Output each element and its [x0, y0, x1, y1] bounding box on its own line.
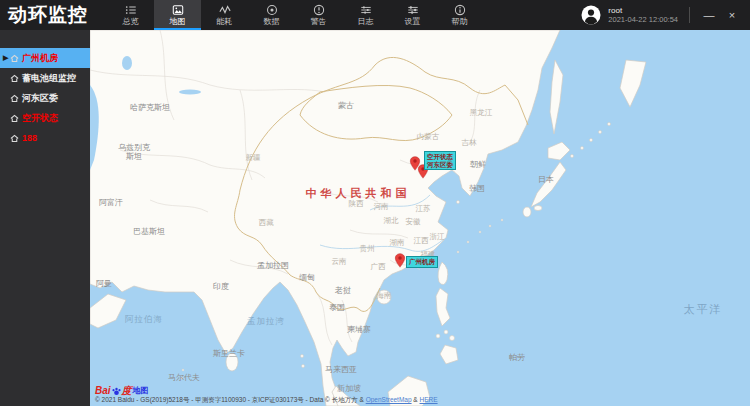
sidebar-item[interactable]: ▶188: [0, 128, 90, 148]
sidebar-item[interactable]: ▶空开状态: [0, 108, 90, 128]
overview-icon: [125, 4, 137, 16]
site-house-icon: [10, 134, 19, 143]
tab-energy[interactable]: 能耗: [201, 0, 248, 30]
map-icon: [172, 4, 184, 16]
user-avatar-icon[interactable]: [581, 5, 601, 25]
map-attribution: © 2021 Baidu - GS(2019)5218号 - 甲测资字11009…: [95, 396, 438, 405]
device-tree-sidebar: ▶广州机房▶蓄电池组监控▶河东区委▶空开状态▶188: [0, 30, 90, 406]
close-button[interactable]: ×: [724, 0, 740, 30]
site-house-icon: [10, 54, 19, 63]
minimize-button[interactable]: —: [701, 0, 717, 30]
user-datetime: 2021-04-22 12:00:54: [608, 15, 678, 24]
tab-label: 能耗: [217, 18, 233, 26]
app-window: 动环监控 总览地图能耗数据警告日志设置帮助 root 2021-04-22 12…: [0, 0, 750, 406]
tab-map[interactable]: 地图: [154, 0, 201, 30]
map-canvas[interactable]: 哈萨克斯坦乌兹别克 斯坦阿富汗巴基斯坦印度孟加拉国蒙古缅甸老挝泰国柬埔寨马来西亚…: [90, 30, 750, 406]
marker-label-line: 广州机房: [409, 258, 435, 266]
window-controls-divider: [689, 7, 690, 23]
attribution-text: © 2021 Baidu - GS(2019)5218号 - 甲测资字11009…: [95, 396, 366, 403]
nav-tabs: 总览地图能耗数据警告日志设置帮助: [107, 0, 483, 30]
map-marker-label[interactable]: 广州机房: [406, 256, 438, 268]
map-landmass: [90, 30, 750, 406]
baidu-logo-suffix: 地图: [133, 386, 149, 396]
energy-icon: [219, 4, 231, 16]
tab-label: 设置: [405, 18, 421, 26]
log-icon: [360, 4, 372, 16]
baidu-logo-du: 度: [122, 386, 132, 396]
marker-label-line: 河东区委: [427, 161, 453, 169]
tab-data[interactable]: 数据: [248, 0, 295, 30]
sidebar-item-label: 广州机房: [22, 52, 58, 65]
tab-alert[interactable]: 警告: [295, 0, 342, 30]
site-house-icon: [10, 74, 19, 83]
baidu-logo-bai: Bai: [95, 386, 111, 396]
tab-settings[interactable]: 设置: [389, 0, 436, 30]
sidebar-item-label: 蓄电池组监控: [22, 72, 76, 85]
app-title: 动环监控: [0, 0, 107, 30]
user-name: root: [608, 6, 678, 15]
tab-label: 数据: [264, 18, 280, 26]
topbar-right: root 2021-04-22 12:00:54 — ×: [581, 0, 750, 30]
tab-label: 警告: [311, 18, 327, 26]
osm-link[interactable]: OpenStreetMap: [366, 396, 412, 403]
tab-label: 地图: [170, 18, 186, 26]
sidebar-item[interactable]: ▶河东区委: [0, 88, 90, 108]
site-house-icon: [10, 114, 19, 123]
marker-label-line: 空开状态: [427, 153, 453, 161]
expand-arrow-icon[interactable]: ▶: [3, 54, 10, 62]
site-house-icon: [10, 94, 19, 103]
attribution-joiner: &: [412, 396, 420, 403]
tab-label: 总览: [123, 18, 139, 26]
topbar: 动环监控 总览地图能耗数据警告日志设置帮助 root 2021-04-22 12…: [0, 0, 750, 30]
tab-label: 日志: [358, 18, 374, 26]
alert-icon: [313, 4, 325, 16]
sidebar-item[interactable]: ▶广州机房: [0, 48, 90, 68]
tab-help[interactable]: 帮助: [436, 0, 483, 30]
tab-log[interactable]: 日志: [342, 0, 389, 30]
settings-icon: [407, 4, 419, 16]
tab-overview[interactable]: 总览: [107, 0, 154, 30]
data-icon: [266, 4, 278, 16]
user-meta: root 2021-04-22 12:00:54: [608, 6, 678, 24]
baidu-logo: Bai 度 地图: [95, 386, 149, 396]
map-marker-label[interactable]: 空开状态河东区委: [424, 151, 456, 170]
map-pin-icon[interactable]: [395, 253, 406, 268]
baidu-paw-icon: [112, 387, 121, 396]
tab-label: 帮助: [452, 18, 468, 26]
sidebar-item-label: 河东区委: [22, 92, 58, 105]
sidebar-item[interactable]: ▶蓄电池组监控: [0, 68, 90, 88]
sidebar-item-label: 188: [22, 133, 37, 143]
here-link[interactable]: HERE: [420, 396, 438, 403]
help-icon: [454, 4, 466, 16]
sidebar-item-label: 空开状态: [22, 112, 58, 125]
